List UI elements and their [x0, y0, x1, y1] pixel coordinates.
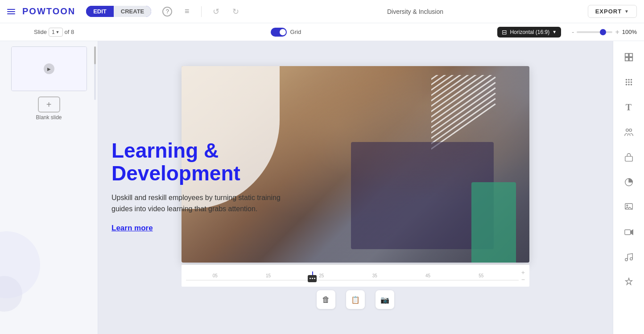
svg-point-21 [625, 259, 627, 261]
props-button[interactable] [618, 146, 640, 168]
zoom-controls: - + 100% [572, 28, 637, 36]
svg-point-13 [626, 129, 628, 132]
orientation-icon: ⊟ [502, 29, 507, 36]
shapes-icon [624, 177, 634, 187]
mode-switcher: EDIT CREATE [86, 6, 151, 17]
notes-icon: ≡ [185, 7, 190, 16]
duplicate-button[interactable]: 📋 [346, 290, 365, 309]
help-button[interactable]: ? [160, 4, 174, 19]
timeline-mark-55: 55 [479, 273, 483, 278]
scrollbar-thumb [94, 46, 96, 64]
stripe-6 [431, 75, 496, 108]
transitions-icon [624, 277, 634, 287]
slide-panel-scrollbar[interactable] [94, 46, 96, 100]
slide-panel: ▶ + Blank slide [0, 41, 98, 334]
redo-button[interactable]: ↻ [228, 4, 243, 19]
learn-more-link[interactable]: Learn more [111, 224, 303, 233]
svg-point-7 [626, 82, 627, 83]
create-tab[interactable]: CREATE [114, 6, 151, 17]
hamburger-menu[interactable] [7, 9, 15, 14]
document-title: Diversity & Inclusion [248, 8, 582, 15]
screenshot-button[interactable]: 📷 [376, 290, 394, 309]
grid-label: Grid [290, 29, 301, 35]
svg-rect-1 [629, 54, 632, 57]
svg-rect-15 [625, 156, 632, 161]
notes-button[interactable]: ≡ [180, 4, 194, 19]
characters-button[interactable] [618, 121, 640, 143]
timeline-ruler: 05 15 25 35 45 55 [186, 271, 519, 280]
timeline-zoom-controls: + − [521, 269, 525, 283]
text-button[interactable]: T [618, 96, 640, 118]
orientation-selector[interactable]: ⊟ Horizontal (16:9) ▼ [497, 27, 561, 38]
slide-dropdown-icon: ▼ [56, 30, 60, 34]
bottom-toolbar: 🗑 📋 📷 [317, 290, 394, 309]
secondary-toolbar: Slide 1 ▼ of 8 Grid ⊟ Horizontal (16:9) … [0, 23, 644, 41]
layout-icon [624, 52, 634, 62]
delete-button[interactable]: 🗑 [317, 290, 335, 309]
add-slide-icon: + [38, 96, 60, 113]
characters-icon [624, 127, 634, 137]
zoom-slider[interactable] [577, 31, 612, 33]
slide-thumbnail-1[interactable]: ▶ [11, 46, 87, 91]
texture-button[interactable] [618, 71, 640, 93]
slide-number-selector[interactable]: 1 ▼ [49, 28, 63, 37]
svg-point-22 [630, 258, 632, 260]
timeline-zoom-in[interactable]: + [521, 269, 525, 276]
timeline-mark-25: 25 [319, 273, 324, 278]
svg-point-9 [631, 82, 632, 83]
redo-icon: ↻ [232, 7, 239, 17]
canvas-green-accent [471, 182, 516, 263]
layout-button[interactable] [618, 46, 640, 68]
svg-point-6 [631, 79, 632, 80]
audio-icon [624, 252, 634, 262]
slide-of-text: of 8 [65, 29, 74, 35]
grid-toggle-switch[interactable] [271, 28, 287, 37]
zoom-value: 100% [622, 29, 637, 35]
top-nav: POWTOON EDIT CREATE ? ≡ ↺ ↻ Diversity & … [0, 0, 644, 23]
grid-toggle: Grid [271, 28, 301, 37]
duplicate-icon: 📋 [351, 296, 360, 304]
timeline: 05 15 25 35 45 55 + − [182, 264, 529, 287]
timeline-zoom-out[interactable]: − [521, 276, 525, 283]
orientation-caret: ▼ [552, 29, 557, 34]
export-caret-icon: ▼ [624, 9, 629, 14]
timeline-mark-45: 45 [425, 273, 430, 278]
zoom-plus-button[interactable]: + [615, 28, 619, 36]
timeline-playhead[interactable] [308, 275, 317, 282]
svg-rect-2 [625, 58, 628, 61]
undo-icon: ↺ [213, 7, 219, 17]
slide-canvas[interactable] [182, 66, 529, 263]
shapes-button[interactable] [618, 171, 640, 193]
video-icon [624, 227, 634, 237]
svg-point-18 [626, 205, 627, 206]
nav-divider-1 [201, 6, 202, 17]
thumbnail-play-icon: ▶ [44, 63, 54, 74]
help-icon: ? [162, 7, 172, 17]
svg-rect-3 [629, 58, 632, 61]
slide-navigation: Slide 1 ▼ of 8 [34, 28, 74, 37]
timeline-mark-35: 35 [372, 273, 377, 278]
transitions-button[interactable] [618, 271, 640, 293]
canvas-area: Learning & Development Upskill and reski… [98, 41, 613, 334]
timeline-mark-05: 05 [213, 273, 218, 278]
add-slide-button[interactable]: + Blank slide [11, 96, 87, 121]
svg-rect-19 [624, 230, 630, 235]
export-button[interactable]: EXPORT ▼ [588, 5, 637, 18]
media-button[interactable] [618, 196, 640, 218]
media-icon [624, 202, 634, 212]
svg-point-10 [626, 84, 627, 85]
text-icon: T [626, 102, 632, 113]
undo-button[interactable]: ↺ [209, 4, 223, 19]
svg-point-12 [631, 84, 632, 85]
orientation-label: Horizontal (16:9) [510, 29, 549, 35]
slide-label: Slide [34, 29, 47, 35]
edit-tab[interactable]: EDIT [86, 6, 114, 17]
main-content: ▶ + Blank slide Learning & Development U… [0, 41, 644, 334]
thumbnail-inner: ▶ [12, 47, 87, 91]
zoom-thumb [600, 29, 606, 35]
audio-button[interactable] [618, 246, 640, 268]
svg-point-4 [626, 79, 627, 80]
zoom-minus-button[interactable]: - [572, 28, 574, 36]
timeline-mark-15: 15 [266, 273, 271, 278]
video-button[interactable] [618, 221, 640, 243]
